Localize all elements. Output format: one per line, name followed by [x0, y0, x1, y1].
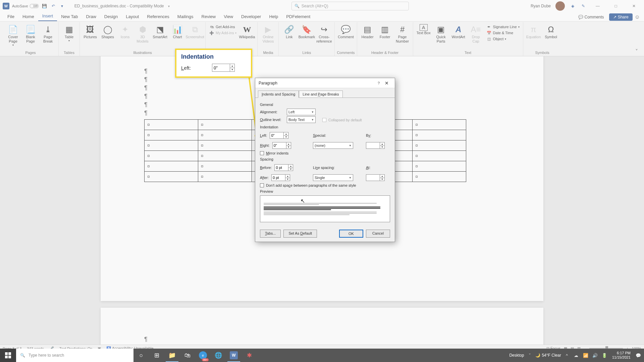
datetime-button[interactable]: 📅Date & Time [486, 30, 520, 36]
tab-newtab[interactable]: New Tab [57, 12, 82, 21]
tab-pdfelement[interactable]: PDFelement [282, 12, 314, 21]
dropcap-button[interactable]: A≡Drop Cap [468, 23, 484, 45]
close-button[interactable]: ✕ [627, 1, 641, 11]
3d-models-button[interactable]: ⬢3D Models [134, 23, 151, 45]
cancel-button[interactable]: Cancel [366, 230, 390, 238]
desktop-label[interactable]: Desktop [509, 353, 524, 358]
spin-up-icon[interactable]: ▲ [284, 132, 288, 136]
spin-down-icon[interactable]: ▼ [380, 178, 384, 181]
tab-line-page-breaks[interactable]: Line and Page Breaks [299, 90, 342, 98]
tab-home[interactable]: Home [18, 12, 38, 21]
spin-up-icon[interactable]: ▲ [286, 142, 291, 146]
at-input[interactable]: ▲▼ [366, 174, 385, 181]
autosave-toggle[interactable]: AutoSave Off [12, 4, 39, 8]
chrome-icon[interactable]: 🌐 [211, 349, 226, 362]
toggle-switch[interactable]: Off [30, 4, 39, 8]
start-button[interactable] [0, 349, 16, 362]
diamond-icon[interactable]: ◈ [570, 3, 576, 9]
spin-down-icon[interactable]: ▼ [380, 146, 384, 149]
cover-page-button[interactable]: 📄Cover Page▾ [5, 23, 21, 48]
minimize-button[interactable]: — [591, 1, 604, 11]
after-input[interactable]: ▲▼ [271, 174, 290, 181]
dialog-close-button[interactable]: ✕ [382, 80, 391, 86]
before-input[interactable]: ▲▼ [274, 164, 293, 171]
spin-up-icon[interactable]: ▲ [380, 142, 384, 146]
dialog-help-button[interactable]: ? [375, 81, 382, 85]
spin-up-icon[interactable]: ▲ [285, 175, 290, 178]
table-button[interactable]: ▦Table▾ [61, 23, 77, 44]
store-icon[interactable]: 🛍 [180, 349, 195, 362]
footer-button[interactable]: ▥Footer [377, 23, 393, 41]
spin-down-icon[interactable]: ▼ [230, 68, 234, 72]
task-view-icon[interactable]: ⊞ [149, 349, 164, 362]
header-button[interactable]: ▤Header [359, 23, 376, 41]
online-video-button[interactable]: ▶Online Videos [260, 23, 276, 45]
blank-page-button[interactable]: 📃Blank Page [22, 23, 39, 45]
tab-design[interactable]: Design [100, 12, 122, 21]
dialog-titlebar[interactable]: Paragraph ? ✕ [255, 78, 395, 88]
special-select[interactable]: (none)▼ [313, 142, 353, 149]
bookmark-button[interactable]: 🔖Bookmark [298, 23, 315, 41]
clock[interactable]: 6:17 PM11/15/2021 [610, 351, 633, 360]
tab-mailings[interactable]: Mailings [173, 12, 198, 21]
shapes-button[interactable]: ◯Shapes [99, 23, 116, 41]
equation-button[interactable]: πEquation [525, 23, 542, 41]
get-addins-button[interactable]: 🛍Get Add-ins [209, 24, 236, 29]
wordart-button[interactable]: AWordArt [450, 23, 467, 41]
edge-icon[interactable]: e99+ [195, 349, 211, 362]
wikipedia-button[interactable]: WWikipedia [238, 23, 255, 41]
cortana-icon[interactable]: ○ [133, 349, 149, 362]
explorer-icon[interactable]: 📁 [164, 349, 180, 362]
pictures-button[interactable]: 🖼Pictures [82, 23, 99, 41]
my-addins-button[interactable]: ➕My Add-ins▾ [209, 30, 236, 36]
crossref-button[interactable]: ↪Cross-reference [316, 23, 332, 45]
screenshot-button[interactable]: ⧉Screenshot [186, 23, 203, 41]
chart-button[interactable]: 📊Chart [169, 23, 186, 41]
spin-down-icon[interactable]: ▼ [286, 146, 291, 149]
page-number-button[interactable]: #Page Number [394, 23, 411, 45]
page-break-button[interactable]: ⤓Page Break [40, 23, 56, 45]
word-taskbar-icon[interactable]: W [226, 349, 241, 362]
volume-icon[interactable]: 🔊 [591, 353, 599, 358]
spin-down-icon[interactable]: ▼ [285, 178, 290, 181]
tray-expand-icon[interactable]: ^ [563, 353, 571, 358]
ribbon-collapse-button[interactable]: ˅ [632, 47, 641, 56]
tabs-button[interactable]: Tabs... [260, 230, 281, 238]
chevron-up-icon[interactable]: ˇ [526, 353, 533, 358]
tab-developer[interactable]: Developer [237, 12, 265, 21]
wifi-icon[interactable]: 📶 [582, 353, 589, 358]
outline-select[interactable]: Body Text▼ [287, 116, 316, 123]
tab-references[interactable]: References [143, 12, 173, 21]
callout-left-field[interactable] [212, 64, 230, 71]
tab-insert[interactable]: Insert [38, 11, 57, 21]
tab-indents-spacing[interactable]: Indents and Spacing [258, 90, 299, 98]
indent-right-input[interactable]: ▲▼ [272, 142, 291, 149]
onedrive-icon[interactable]: ☁ [573, 353, 580, 358]
tab-layout[interactable]: Layout [122, 12, 143, 21]
object-button[interactable]: ◫Object▾ [486, 36, 520, 42]
callout-left-input[interactable]: ▲▼ [212, 64, 235, 72]
qat-dropdown-icon[interactable]: ▾ [59, 3, 65, 9]
share-button[interactable]: ↗Share [609, 13, 633, 21]
pen-icon[interactable]: ✎ [580, 3, 586, 9]
ok-button[interactable]: OK [339, 230, 363, 238]
tab-view[interactable]: View [220, 12, 237, 21]
linespacing-select[interactable]: Single▼ [313, 174, 353, 181]
textbox-button[interactable]: AText Box [415, 23, 432, 37]
spin-down-icon[interactable]: ▼ [288, 168, 293, 171]
avatar[interactable] [555, 1, 565, 11]
indent-left-input[interactable]: ▲▼ [270, 132, 288, 139]
mirror-indents-checkbox[interactable]: Mirror indents [260, 151, 390, 155]
tab-help[interactable]: Help [265, 12, 282, 21]
alignment-select[interactable]: Left▼ [287, 109, 316, 115]
link-button[interactable]: 🔗Link [281, 23, 298, 41]
by-input[interactable]: ▲▼ [366, 142, 385, 149]
user-name[interactable]: Ryan Dube [531, 4, 551, 8]
comment-button[interactable]: 💬Comment [337, 23, 354, 41]
weather-widget[interactable]: 🌙54°F Clear [535, 353, 561, 358]
save-icon[interactable]: 💾 [42, 3, 48, 9]
undo-icon[interactable]: ↶ [50, 3, 56, 9]
feedback-button[interactable]: ☺ [635, 14, 640, 20]
spin-up-icon[interactable]: ▲ [380, 175, 384, 178]
app-icon[interactable]: ✱ [241, 349, 257, 362]
